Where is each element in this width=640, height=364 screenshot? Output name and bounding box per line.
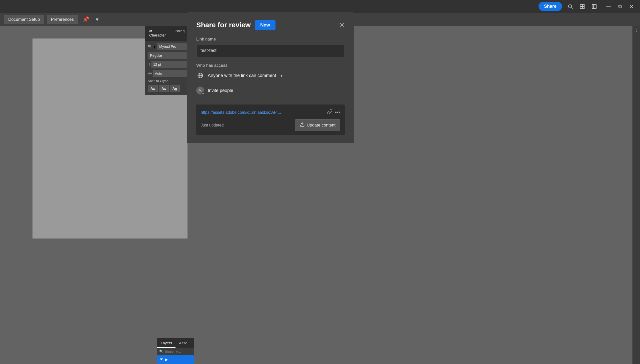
kerning-icon: VA (148, 72, 152, 76)
character-panel: ⇄ Character Parag... 🔍 ▾ T ▲ ▼ (145, 26, 192, 95)
svg-rect-2 (580, 4, 582, 6)
invite-person-icon: + (196, 86, 204, 94)
maximize-button[interactable]: ⧉ (616, 3, 624, 10)
tab-character[interactable]: ⇄ Character (145, 26, 170, 40)
layers-search-placeholder: Search A... (165, 350, 181, 354)
link-url-row: https://assets.adobe.com/id/urn:aaid:sc:… (201, 109, 340, 116)
globe-icon (196, 72, 204, 80)
svg-rect-3 (582, 4, 584, 6)
layout-icon[interactable] (578, 3, 586, 10)
layers-panel: Layers Asse... 🔍 Search A... 👁 ▶ (157, 338, 194, 364)
minimize-button[interactable]: — (605, 3, 612, 10)
chevron-down-icon[interactable]: ▾ (94, 15, 100, 24)
panel-icon[interactable] (590, 3, 598, 10)
more-options-icon[interactable]: ••• (335, 110, 340, 115)
tab-character-icon: ⇄ (149, 29, 152, 33)
invite-plus-icon: + (201, 92, 205, 95)
tab-assets[interactable]: Asse... (176, 338, 194, 348)
tab-paragraph-label: Parag... (174, 29, 188, 33)
snap-buttons: Ax Ax Ag (148, 85, 189, 92)
invite-row[interactable]: + Invite people (196, 86, 345, 94)
kerning-row: VA ▲ ▼ ▾ (148, 70, 189, 77)
top-bar-right: Share — ⧉ ✕ (538, 2, 635, 11)
just-updated-text: Just updated (201, 123, 224, 128)
font-search-icon2: ▾ (154, 44, 156, 49)
font-row: 🔍 ▾ (148, 43, 189, 50)
window-controls: — ⧉ ✕ (605, 3, 635, 10)
svg-point-12 (200, 89, 201, 90)
close-button[interactable]: ✕ (628, 3, 635, 10)
who-access-label: Who has access (196, 63, 345, 68)
svg-rect-4 (580, 6, 582, 8)
share-for-review-panel: Share for review New ✕ Link name Who has… (187, 12, 354, 143)
tab-character-label: Character (149, 33, 166, 37)
svg-rect-6 (592, 4, 596, 8)
style-row (148, 52, 189, 59)
visibility-icon[interactable]: 👁 (160, 357, 164, 362)
font-style-input[interactable] (148, 52, 189, 59)
link-url-text[interactable]: https://assets.adobe.com/id/urn:aaid:sc:… (201, 110, 324, 115)
link-name-label: Link name (196, 37, 345, 42)
share-panel-header: Share for review New ✕ (196, 20, 345, 30)
font-size-icon: T (148, 62, 150, 67)
size-row: T ▲ ▼ ▾ (148, 61, 189, 68)
share-panel-title: Share for review (196, 21, 251, 29)
expand-icon[interactable]: ▶ (165, 358, 168, 362)
svg-rect-5 (582, 6, 584, 8)
link-section: https://assets.adobe.com/id/urn:aaid:sc:… (196, 104, 345, 135)
update-content-button[interactable]: Update content (295, 119, 340, 131)
access-option-text: Anyone with the link can comment (208, 73, 276, 78)
snap-btn-1[interactable]: Ax (148, 85, 158, 92)
character-panel-content: 🔍 ▾ T ▲ ▼ ▾ VA ▲ (145, 40, 192, 95)
character-panel-tabs: ⇄ Character Parag... (145, 26, 192, 40)
snap-to-glyph-label: Snap to Glyph (148, 79, 189, 83)
layers-tabs: Layers Asse... (157, 338, 194, 348)
svg-point-0 (568, 4, 572, 8)
document-setup-button[interactable]: Document Setup (4, 15, 44, 24)
access-chevron-icon[interactable]: ▾ (280, 73, 282, 78)
invite-people-label: Invite people (208, 88, 233, 93)
copy-link-icon[interactable] (327, 109, 332, 116)
tab-layers[interactable]: Layers (157, 338, 176, 348)
top-bar: Share — ⧉ ✕ (0, 0, 640, 13)
share-button[interactable]: Share (538, 2, 562, 11)
link-name-input[interactable] (196, 44, 345, 57)
pin-icon[interactable]: 📌 (80, 15, 91, 24)
layers-search: 🔍 Search A... (157, 348, 194, 355)
preferences-button[interactable]: Preferences (47, 15, 78, 24)
right-edge-panel: ⋮ (632, 26, 640, 364)
new-button[interactable]: New (255, 20, 276, 30)
snap-btn-2[interactable]: Ax (159, 85, 169, 92)
search-icon[interactable] (566, 3, 574, 10)
svg-line-1 (571, 8, 572, 9)
upload-icon (300, 122, 305, 128)
share-panel-close-button[interactable]: ✕ (339, 22, 345, 28)
layers-search-icon: 🔍 (159, 350, 164, 354)
layers-row[interactable]: 👁 ▶ (157, 355, 194, 364)
snap-btn-3[interactable]: Ag (170, 85, 180, 92)
font-search-icon: 🔍 (148, 44, 152, 48)
share-panel-title-area: Share for review New (196, 20, 276, 30)
link-bottom-row: Just updated Update content (201, 119, 340, 131)
right-edge-dots: ⋮ (633, 26, 640, 34)
update-content-label: Update content (307, 123, 336, 128)
access-row: Anyone with the link can comment ▾ (196, 72, 345, 80)
